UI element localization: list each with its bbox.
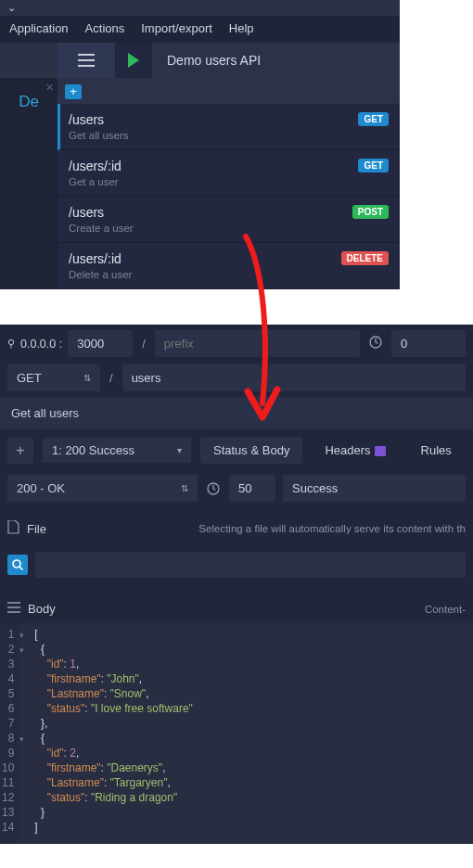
add-route-button[interactable]: +: [65, 84, 82, 99]
route-path: /users: [69, 112, 389, 127]
file-path-input[interactable]: [35, 552, 466, 578]
env-tab-label: De: [19, 93, 39, 111]
menu-icon: [7, 602, 20, 616]
run-button[interactable]: [115, 43, 152, 78]
code-content[interactable]: [ { "id": 1, "firstname": "John", "Lastn…: [19, 623, 196, 844]
response-latency-input[interactable]: [229, 475, 275, 502]
body-header: Body Content-: [0, 591, 473, 623]
method-value: GET: [17, 371, 42, 385]
tab-headers[interactable]: Headers: [312, 437, 398, 464]
file-hint: Selecting a file will automatically serv…: [198, 523, 466, 534]
path-input[interactable]: [122, 364, 466, 391]
method-badge: DELETE: [341, 251, 389, 265]
menu-actions[interactable]: Actions: [85, 21, 125, 35]
status-code-select[interactable]: 200 - OK ⇅: [7, 475, 198, 502]
route-desc: Get a user: [69, 176, 389, 187]
chevron-updown-icon: ⇅: [83, 373, 91, 383]
route-desc: Create a user: [69, 223, 389, 234]
chevron-updown-icon-2: ⇅: [181, 483, 188, 493]
content-type-label: Content-: [425, 604, 466, 615]
route-editor-panel: ⚲ 0.0.0.0 : / GET ⇅ / Get all users + 1:…: [0, 325, 473, 844]
file-row: File Selecting a file will automatically…: [0, 511, 473, 546]
route-path: /users/:id: [69, 159, 389, 173]
line-gutter: 1▾2▾345678▾91011121314: [0, 623, 19, 844]
route-item[interactable]: /users/:idGet a userGET: [58, 150, 400, 197]
route-item[interactable]: /users/:idDelete a userDELETE: [58, 243, 400, 289]
method-badge: POST: [352, 205, 389, 219]
body-label: Body: [28, 602, 56, 616]
close-icon[interactable]: ✕: [45, 82, 54, 94]
routes-list: + /usersGet all usersGET/users/:idGet a …: [58, 78, 400, 289]
clock-icon: [365, 336, 386, 351]
response-picker-value: 1: 200 Success: [52, 443, 134, 457]
menu-application[interactable]: Application: [9, 21, 69, 35]
environments-body: De ✕ + /usersGet all usersGET/users/:idG…: [0, 78, 400, 289]
api-header: Demo users API: [58, 43, 400, 78]
method-badge: GET: [358, 159, 389, 172]
add-response-button[interactable]: +: [7, 438, 33, 464]
menu-help[interactable]: Help: [229, 21, 254, 35]
plug-icon: ⚲: [7, 338, 15, 350]
body-editor[interactable]: 1▾2▾345678▾91011121314 [ { "id": 1, "fir…: [0, 623, 473, 844]
route-path: /users: [69, 205, 389, 220]
add-route-row: +: [58, 78, 400, 104]
response-label-input[interactable]: [283, 475, 466, 502]
documentation-input[interactable]: Get all users: [0, 397, 473, 429]
svg-point-2: [13, 560, 20, 568]
caret-down-icon: ▾: [177, 445, 182, 455]
server-row: ⚲ 0.0.0.0 : /: [0, 325, 473, 363]
clock-icon-2: [205, 475, 222, 502]
search-icon[interactable]: [7, 555, 28, 575]
method-select[interactable]: GET ⇅: [7, 364, 100, 391]
status-row: 200 - OK ⇅: [0, 471, 473, 511]
documentation-value: Get all users: [11, 406, 79, 420]
headers-badge-icon: [375, 446, 386, 456]
menu-import-export[interactable]: Import/export: [141, 21, 212, 35]
tab-status-body[interactable]: Status & Body: [200, 437, 302, 464]
response-tabs-row: + 1: 200 Success ▾ Status & Body Headers…: [0, 429, 473, 471]
global-latency-input[interactable]: [391, 330, 466, 357]
route-desc: Delete a user: [69, 269, 389, 280]
chevron-down-icon[interactable]: ⌄: [0, 0, 400, 16]
gap: [0, 289, 473, 325]
file-icon: [7, 520, 19, 537]
api-title: Demo users API: [152, 43, 400, 78]
route-item[interactable]: /usersCreate a userPOST: [58, 197, 400, 243]
prefix-input[interactable]: [155, 330, 360, 357]
route-desc: Get all users: [69, 130, 389, 141]
status-code-value: 200 - OK: [17, 481, 65, 495]
method-badge: GET: [358, 112, 389, 126]
hamburger-icon[interactable]: [58, 43, 115, 78]
host-label: 0.0.0.0 :: [20, 338, 62, 351]
env-tab[interactable]: De ✕: [0, 78, 58, 289]
file-label: File: [27, 522, 46, 536]
tab-headers-label: Headers: [325, 443, 370, 457]
file-path-row: [0, 546, 473, 591]
port-input[interactable]: [68, 330, 133, 357]
menubar: Application Actions Import/export Help: [0, 16, 400, 43]
slash-sep-2: /: [106, 371, 117, 385]
environments-panel: ⌄ Application Actions Import/export Help…: [0, 0, 400, 289]
slash-sep: /: [138, 337, 149, 351]
route-item[interactable]: /usersGet all usersGET: [58, 104, 400, 150]
method-path-row: GET ⇅ /: [0, 363, 473, 397]
response-picker[interactable]: 1: 200 Success ▾: [43, 438, 191, 463]
tab-rules[interactable]: Rules: [408, 437, 465, 464]
